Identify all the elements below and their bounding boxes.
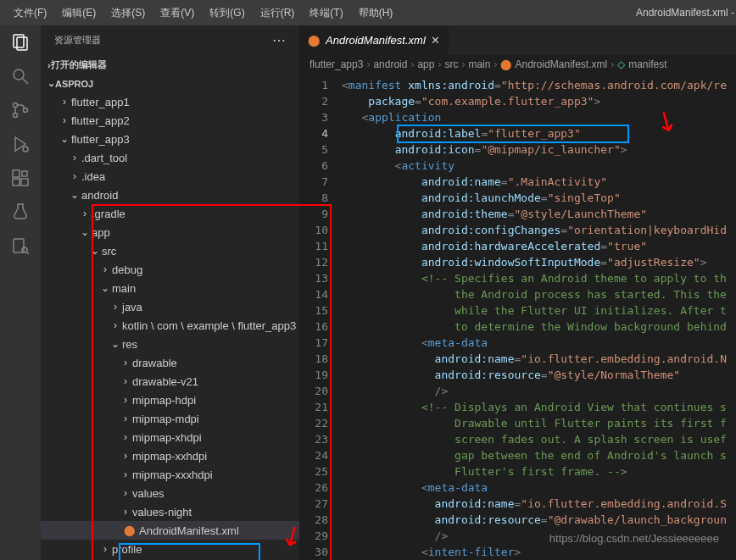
- chevron-icon: ›: [119, 431, 132, 443]
- close-icon[interactable]: ✕: [431, 34, 440, 47]
- menubar: 文件(F)编辑(E)选择(S)查看(V)转到(G)运行(R)终端(T)帮助(H)…: [0, 0, 736, 25]
- tree-item[interactable]: ›profile: [41, 540, 299, 558]
- tree-item-label: drawable-v21: [132, 375, 198, 388]
- tree-item-label: AndroidManifest.xml: [139, 524, 239, 537]
- testing-icon[interactable]: [10, 202, 31, 222]
- file-tree: ›flutter_app1›flutter_app2⌄flutter_app3›…: [41, 92, 299, 558]
- tree-item[interactable]: ›.gradle: [41, 204, 299, 223]
- watermark: https://blog.csdn.net/Jessieeeeeee: [549, 532, 719, 545]
- svg-point-6: [24, 108, 28, 113]
- tree-item[interactable]: ›values: [41, 484, 299, 502]
- svg-line-15: [26, 252, 29, 254]
- chevron-icon: ⌄: [88, 245, 102, 257]
- tree-item-label: mipmap-xxxhdpi: [132, 469, 213, 481]
- tree-item[interactable]: ›mipmap-hdpi: [41, 391, 299, 409]
- menu-item[interactable]: 编辑(E): [55, 3, 103, 24]
- tree-item[interactable]: ⌄android: [41, 186, 299, 204]
- svg-marker-7: [15, 137, 25, 151]
- chevron-icon: ›: [119, 375, 132, 387]
- xml-file-icon: ⬤: [500, 58, 511, 70]
- tree-item-label: profile: [112, 543, 142, 556]
- chevron-icon: ›: [68, 170, 81, 182]
- tree-item-label: src: [102, 245, 116, 258]
- tree-item[interactable]: ›flutter_app1: [41, 92, 299, 111]
- tree-item[interactable]: ›mipmap-xxhdpi: [41, 446, 299, 465]
- open-editors-section[interactable]: › 打开的编辑器: [41, 55, 299, 75]
- tree-item[interactable]: ›drawable-v21: [41, 372, 299, 391]
- chevron-icon: ⌄: [98, 282, 112, 294]
- tree-item-label: res: [122, 338, 137, 351]
- menu-item[interactable]: 选择(S): [104, 3, 152, 24]
- tree-item-label: flutter_app3: [71, 133, 130, 146]
- menubar-items: 文件(F)编辑(E)选择(S)查看(V)转到(G)运行(R)终端(T)帮助(H): [7, 3, 399, 24]
- tree-item-label: drawable: [132, 357, 177, 369]
- window-title: AndroidManifest.xml - ASProj - Visual S: [636, 7, 736, 19]
- menu-item[interactable]: 终端(T): [303, 3, 349, 24]
- search-icon[interactable]: [10, 66, 31, 86]
- chevron-icon: ›: [119, 506, 132, 518]
- line-gutter: 1234567891011121314151617181920212223242…: [299, 74, 342, 560]
- tree-item[interactable]: ›values-night: [41, 502, 299, 521]
- chevron-icon: ›: [119, 394, 132, 406]
- tree-item[interactable]: ⬤AndroidManifest.xml: [41, 521, 299, 540]
- tree-item[interactable]: ›mipmap-xhdpi: [41, 428, 299, 446]
- tree-item-label: .gradle: [92, 208, 125, 220]
- run-debug-icon[interactable]: [10, 134, 31, 154]
- menu-item[interactable]: 帮助(H): [352, 3, 400, 24]
- xml-file-icon: ⬤: [122, 524, 136, 536]
- tree-item-label: app: [92, 226, 110, 239]
- menu-item[interactable]: 查看(V): [153, 3, 201, 24]
- tree-item[interactable]: ›kotlin \ com \ example \ flutter_app3: [41, 316, 299, 335]
- tree-item[interactable]: ›debug: [41, 260, 299, 279]
- tree-item[interactable]: ⌄res: [41, 335, 299, 353]
- breadcrumb-part[interactable]: android: [373, 58, 407, 70]
- menu-item[interactable]: 文件(F): [7, 3, 53, 24]
- chevron-icon: ⌄: [68, 189, 81, 201]
- tree-item[interactable]: ⌄main: [41, 279, 299, 297]
- symbol-icon: ◇: [617, 58, 625, 70]
- sidebar-header: 资源管理器 ⋯: [41, 25, 299, 55]
- tree-item-label: .dart_tool: [81, 152, 127, 164]
- tree-item[interactable]: ›mipmap-mdpi: [41, 409, 299, 428]
- tree-item[interactable]: ›flutter_app2: [41, 111, 299, 130]
- breadcrumb-part[interactable]: AndroidManifest.xml: [515, 58, 607, 70]
- breadcrumb-part[interactable]: app: [417, 58, 434, 70]
- svg-point-2: [14, 69, 24, 80]
- chevron-icon: ›: [119, 450, 132, 462]
- tab-androidmanifest[interactable]: ⬤ AndroidManifest.xml ✕: [299, 25, 449, 55]
- breadcrumb-part[interactable]: main: [468, 58, 490, 70]
- tree-item-label: flutter_app1: [71, 96, 130, 108]
- tree-item[interactable]: ⌄app: [41, 223, 299, 241]
- breadcrumb-part[interactable]: flutter_app3: [309, 58, 363, 70]
- menu-item[interactable]: 运行(R): [254, 3, 302, 24]
- breadcrumb[interactable]: flutter_app3›android›app›src›main›⬤ Andr…: [299, 55, 736, 74]
- breadcrumb-part[interactable]: src: [444, 58, 458, 70]
- extensions-icon[interactable]: [10, 168, 31, 188]
- tree-item[interactable]: ›.dart_tool: [41, 148, 299, 167]
- tree-item-label: mipmap-mdpi: [132, 413, 199, 425]
- svg-line-3: [23, 79, 28, 84]
- source-control-icon[interactable]: [10, 100, 31, 120]
- references-icon[interactable]: [10, 236, 31, 256]
- tree-item[interactable]: ⌄flutter_app3: [41, 130, 299, 148]
- code-content[interactable]: <manifest xmlns:android="http://schemas.…: [342, 74, 736, 560]
- menu-item[interactable]: 转到(G): [203, 3, 251, 24]
- breadcrumb-part[interactable]: manifest: [628, 58, 666, 70]
- tree-item-label: android: [81, 189, 118, 202]
- code-editor[interactable]: 1234567891011121314151617181920212223242…: [299, 74, 736, 560]
- explorer-icon[interactable]: [10, 32, 31, 53]
- chevron-icon: ›: [109, 301, 122, 313]
- tree-item[interactable]: ⌄src: [41, 241, 299, 260]
- sidebar: 资源管理器 ⋯ › 打开的编辑器 ⌄ ASPROJ ›flutter_app1›…: [41, 25, 299, 560]
- tree-item[interactable]: ›drawable: [41, 353, 299, 372]
- svg-rect-12: [22, 171, 27, 176]
- svg-rect-11: [21, 179, 28, 186]
- tree-item-label: debug: [112, 263, 142, 276]
- tree-item-label: flutter_app2: [71, 114, 130, 127]
- tree-item[interactable]: ›java: [41, 297, 299, 316]
- more-icon[interactable]: ⋯: [272, 32, 286, 48]
- tree-item[interactable]: ›.idea: [41, 167, 299, 186]
- chevron-icon: ›: [119, 357, 132, 369]
- tree-item[interactable]: ›mipmap-xxxhdpi: [41, 465, 299, 484]
- project-section[interactable]: ⌄ ASPROJ: [41, 75, 299, 92]
